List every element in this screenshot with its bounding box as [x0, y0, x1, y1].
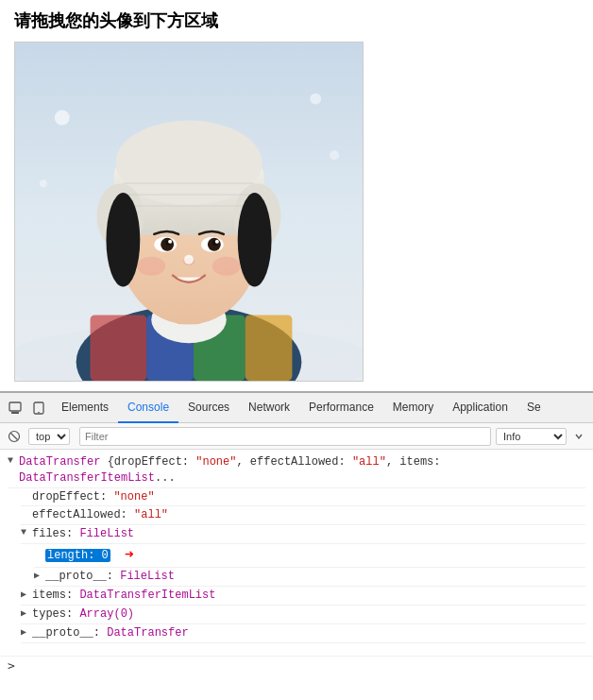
svg-point-20	[238, 193, 272, 286]
expand-arrow-proto2[interactable]: ▶	[21, 625, 32, 638]
devtools-panel: Elements Console Sources Network Perform…	[0, 391, 593, 674]
console-line: ▶ __proto__: DataTransfer	[21, 624, 585, 643]
expand-arrow-items[interactable]: ▶	[21, 588, 32, 600]
console-line: effectAllowed: "all"	[21, 506, 585, 525]
log-level-select[interactable]: Info Verbose Warnings Errors	[496, 428, 567, 445]
console-line: ▼ files: FileList	[21, 525, 585, 544]
tab-console[interactable]: Console	[118, 393, 178, 423]
tab-elements[interactable]: Elements	[52, 393, 118, 423]
svg-rect-3	[91, 315, 147, 381]
console-line: ▼ DataTransfer {dropEffect: "none", effe…	[8, 453, 585, 488]
expand-arrow-proto1[interactable]: ▶	[34, 569, 45, 581]
svg-point-40	[38, 411, 40, 413]
console-line: ▶ __proto__: FileList	[34, 568, 585, 587]
top-section: 请拖拽您的头像到下方区域	[0, 0, 593, 391]
tab-se[interactable]: Se	[517, 393, 551, 423]
device-toggle-icon[interactable]	[28, 398, 49, 418]
length-highlight: length: 0	[45, 549, 110, 562]
console-line: dropEffect: "none"	[21, 488, 585, 507]
context-select[interactable]: top	[28, 428, 70, 445]
svg-point-33	[55, 111, 70, 126]
svg-point-27	[168, 240, 172, 244]
svg-point-34	[310, 94, 321, 105]
console-line: ▶ items: DataTransferItemList	[21, 587, 585, 606]
inspect-icon[interactable]	[5, 398, 25, 418]
clear-console-icon[interactable]	[5, 427, 24, 446]
svg-rect-6	[246, 315, 293, 381]
svg-point-19	[106, 193, 140, 286]
console-content: ▼ DataTransfer {dropEffect: "none", effe…	[0, 450, 593, 656]
red-arrow: ➜	[125, 545, 134, 566]
svg-point-28	[215, 240, 219, 244]
expand-arrow-types[interactable]: ▶	[21, 606, 32, 619]
svg-line-42	[11, 433, 18, 439]
tab-network[interactable]: Network	[239, 393, 299, 423]
tab-sources[interactable]: Sources	[178, 393, 239, 423]
console-line-length: length: 0 ➜	[34, 544, 585, 568]
page-title: 请拖拽您的头像到下方区域	[14, 9, 579, 32]
svg-point-30	[184, 255, 194, 265]
tab-performance[interactable]: Performance	[299, 393, 383, 423]
drop-area[interactable]	[14, 42, 364, 382]
caret-symbol: >	[8, 658, 15, 673]
devtools-toolbar: top Info Verbose Warnings Errors	[0, 423, 593, 450]
log-level-chevron-icon[interactable]	[569, 427, 588, 446]
tab-application[interactable]: Application	[443, 393, 517, 423]
no-arrow	[21, 507, 32, 519]
svg-rect-37	[9, 402, 21, 411]
expand-arrow[interactable]: ▼	[8, 454, 19, 466]
face-image	[15, 42, 363, 382]
tab-memory[interactable]: Memory	[383, 393, 443, 423]
filter-input[interactable]	[79, 427, 491, 446]
no-arrow	[21, 489, 32, 501]
devtools-tabs-bar: Elements Console Sources Network Perform…	[0, 393, 593, 423]
expand-arrow-files[interactable]: ▼	[21, 526, 32, 538]
svg-point-35	[330, 150, 339, 160]
no-arrow	[34, 545, 45, 556]
console-caret-line: >	[0, 656, 593, 674]
svg-rect-38	[11, 412, 19, 414]
svg-point-32	[212, 257, 241, 276]
svg-point-18	[175, 123, 203, 151]
svg-point-31	[137, 257, 165, 276]
svg-point-36	[40, 179, 47, 187]
console-line: ▶ types: Array(0)	[21, 606, 585, 624]
